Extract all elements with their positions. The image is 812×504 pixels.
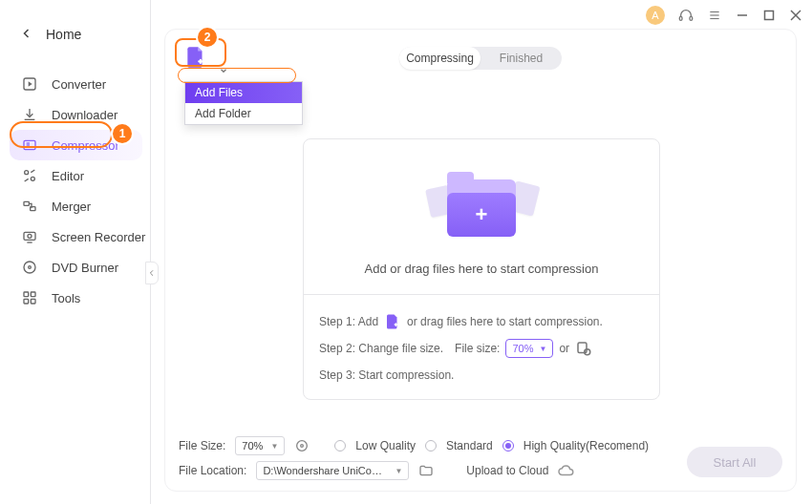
step2-filesize-select[interactable]: 70%▼ bbox=[505, 339, 553, 358]
screen-recorder-icon bbox=[21, 228, 38, 245]
main-panel: Add Files Add Folder Compressing Finishe… bbox=[164, 29, 797, 492]
sidebar-item-label: Screen Recorder bbox=[52, 230, 145, 244]
upload-cloud-label: Upload to Cloud bbox=[466, 464, 548, 477]
open-folder-icon[interactable] bbox=[418, 463, 434, 478]
svg-rect-24 bbox=[24, 292, 29, 297]
cloud-icon[interactable] bbox=[558, 462, 575, 479]
maximize-button[interactable] bbox=[762, 9, 776, 22]
dropdown-item-add-folder[interactable]: Add Folder bbox=[185, 103, 302, 124]
quality-high-radio[interactable] bbox=[502, 440, 514, 452]
step-1: Step 1: Add or drag files here to start … bbox=[319, 308, 644, 335]
quality-standard-radio[interactable] bbox=[425, 440, 437, 452]
titlebar: A bbox=[646, 6, 802, 25]
converter-icon bbox=[21, 75, 38, 93]
sidebar-item-label: Merger bbox=[52, 200, 91, 214]
folder-illustration: + bbox=[424, 168, 539, 244]
tools-icon bbox=[21, 289, 38, 306]
svg-point-20 bbox=[28, 234, 32, 238]
tab-finished[interactable]: Finished bbox=[481, 47, 562, 70]
svg-rect-6 bbox=[765, 11, 774, 20]
start-all-button[interactable]: Start All bbox=[687, 447, 782, 477]
tabs: Compressing Finished bbox=[399, 47, 562, 70]
svg-point-31 bbox=[301, 445, 304, 448]
svg-rect-25 bbox=[31, 292, 35, 297]
svg-point-30 bbox=[297, 441, 308, 452]
sidebar-item-merger[interactable]: Merger bbox=[0, 191, 150, 221]
tab-compressing[interactable]: Compressing bbox=[399, 47, 481, 70]
location-select[interactable]: D:\Wondershare UniConverter 1▼ bbox=[256, 461, 409, 480]
svg-point-16 bbox=[31, 177, 34, 180]
support-icon[interactable] bbox=[678, 8, 694, 23]
close-button[interactable] bbox=[789, 9, 802, 22]
sidebar-item-label: Tools bbox=[52, 291, 80, 305]
svg-rect-1 bbox=[690, 16, 693, 20]
svg-point-23 bbox=[29, 266, 32, 269]
svg-point-15 bbox=[25, 171, 29, 175]
sidebar-item-dvd-burner[interactable]: DVD Burner bbox=[0, 252, 150, 283]
compressor-icon bbox=[21, 136, 38, 154]
sidebar-collapse-handle[interactable] bbox=[145, 262, 159, 284]
filesize-label: File Size: bbox=[179, 439, 225, 452]
step-3: Step 3: Start compression. bbox=[319, 362, 644, 388]
plus-icon: + bbox=[476, 204, 488, 225]
quality-low-radio[interactable] bbox=[334, 440, 346, 452]
filesize-settings-icon[interactable] bbox=[294, 438, 310, 453]
svg-rect-19 bbox=[24, 232, 35, 240]
callout-badge-2: 2 bbox=[198, 28, 217, 47]
editor-icon bbox=[21, 167, 38, 184]
quality-high-label: High Quality(Recomend) bbox=[524, 439, 649, 452]
svg-rect-17 bbox=[24, 201, 29, 205]
sidebar: Home Converter Downloader Compressor Edi bbox=[0, 0, 151, 504]
quality-standard-label: Standard bbox=[446, 439, 493, 452]
sidebar-item-label: Downloader bbox=[52, 108, 118, 122]
merger-icon bbox=[21, 198, 38, 215]
sidebar-item-label: Editor bbox=[52, 169, 84, 183]
dropdown-item-add-files[interactable]: Add Files bbox=[185, 82, 302, 103]
drop-headline: Add or drag files here to start compress… bbox=[304, 262, 659, 276]
sidebar-item-converter[interactable]: Converter bbox=[0, 69, 150, 99]
downloader-icon bbox=[21, 106, 38, 123]
sidebar-item-label: DVD Burner bbox=[52, 261, 118, 275]
add-files-dropdown: Add Files Add Folder bbox=[184, 81, 303, 125]
callout-badge-1: 1 bbox=[113, 124, 132, 143]
svg-rect-26 bbox=[24, 299, 29, 304]
sidebar-item-screen-recorder[interactable]: Screen Recorder bbox=[0, 221, 150, 252]
svg-marker-10 bbox=[29, 81, 32, 86]
quality-low-label: Low Quality bbox=[355, 439, 416, 452]
drop-area[interactable]: + Add or drag files here to start compre… bbox=[303, 138, 660, 400]
avatar[interactable]: A bbox=[646, 6, 665, 25]
location-label: File Location: bbox=[179, 464, 246, 477]
svg-rect-0 bbox=[679, 16, 682, 20]
svg-rect-27 bbox=[31, 299, 35, 304]
step-2: Step 2: Change file size. File size: 70%… bbox=[319, 335, 644, 362]
add-files-button[interactable] bbox=[179, 43, 213, 72]
step2-settings-icon[interactable] bbox=[575, 340, 592, 357]
minimize-button[interactable] bbox=[736, 9, 749, 22]
menu-icon[interactable] bbox=[707, 8, 722, 23]
filesize-select[interactable]: 70%▼ bbox=[235, 436, 285, 455]
svg-point-22 bbox=[24, 262, 35, 273]
sidebar-item-label: Compressor bbox=[52, 138, 119, 153]
sidebar-item-tools[interactable]: Tools bbox=[0, 283, 150, 313]
dvd-icon bbox=[21, 259, 38, 276]
steps-panel: Step 1: Add or drag files here to start … bbox=[304, 294, 659, 388]
sidebar-item-label: Converter bbox=[52, 77, 106, 92]
back-icon[interactable] bbox=[21, 28, 32, 42]
add-file-icon bbox=[384, 313, 401, 330]
sidebar-title[interactable]: Home bbox=[46, 27, 81, 42]
sidebar-item-editor[interactable]: Editor bbox=[0, 160, 150, 191]
footer: File Size: 70%▼ Low Quality Standard Hig… bbox=[179, 433, 782, 483]
